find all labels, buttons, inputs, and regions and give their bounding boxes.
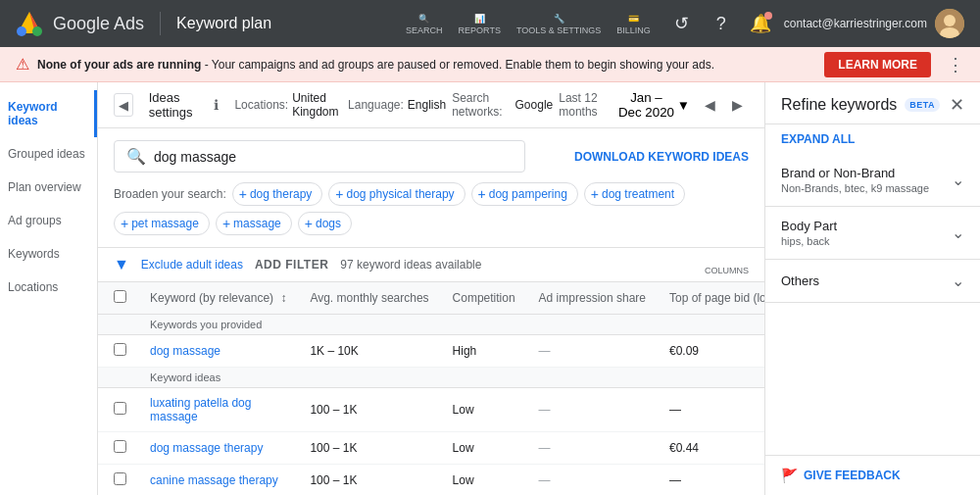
collapse-sidebar-button[interactable]: ◀ xyxy=(114,93,133,117)
close-refine-panel-button[interactable]: ✕ xyxy=(950,94,964,116)
refine-title-text: Refine keywords xyxy=(781,96,897,114)
tag-plus-icon-0: + xyxy=(239,186,247,202)
row-avg-monthly: 100 – 1K xyxy=(298,465,440,496)
row-checkbox[interactable] xyxy=(114,343,126,356)
sidebar-item-keywords[interactable]: Keywords xyxy=(0,237,97,271)
sidebar-item-locations[interactable]: Locations xyxy=(0,271,97,304)
network-value: Google xyxy=(515,98,554,112)
row-checkbox[interactable] xyxy=(114,402,126,415)
row-competition: High xyxy=(441,335,527,368)
filter-bar: ▼ Exclude adult ideas ADD FILTER 97 keyw… xyxy=(98,248,764,282)
row-checkbox[interactable] xyxy=(114,472,126,485)
refresh-button[interactable]: ↺ xyxy=(666,8,698,39)
sidebar: Keyword ideas Grouped ideas Plan overvie… xyxy=(0,82,98,495)
give-feedback-button[interactable]: GIVE FEEDBACK xyxy=(804,469,901,482)
refine-section-others[interactable]: Others ⌄ xyxy=(765,260,980,303)
broaden-row: Broaden your search: +dog therapy +dog p… xyxy=(114,182,749,235)
tag-label-3: dog treatment xyxy=(602,187,674,201)
row-avg-monthly: 100 – 1K xyxy=(298,388,440,432)
tag-chip-6[interactable]: +dogs xyxy=(298,212,352,235)
location-chip: Locations: United Kingdom xyxy=(234,91,342,119)
sidebar-item-ad-groups[interactable]: Ad groups xyxy=(0,204,97,237)
add-filter-button[interactable]: ADD FILTER xyxy=(255,258,328,272)
nav-search[interactable]: 🔍 SEARCH xyxy=(406,12,443,35)
logo-area: Google Ads xyxy=(16,10,144,37)
help-button[interactable]: ? xyxy=(706,8,737,39)
network-label: Search networks: xyxy=(452,91,511,119)
tag-chip-0[interactable]: +dog therapy xyxy=(232,182,323,206)
notification-button[interactable]: 🔔 xyxy=(745,8,776,39)
sidebar-item-grouped-ideas[interactable]: Grouped ideas xyxy=(0,137,97,171)
tag-chip-2[interactable]: +dog pampering xyxy=(471,182,578,206)
tag-chip-5[interactable]: +massage xyxy=(216,212,292,235)
nav-tools[interactable]: 🔧 TOOLS & SETTINGS xyxy=(516,12,601,35)
search-box[interactable]: 🔍 xyxy=(114,140,525,173)
date-range: Last 12 months Jan – Dec 2020 ▼ ◀ ▶ xyxy=(559,90,749,120)
row-top-page-low: €0.44 xyxy=(658,432,764,465)
nav-reports[interactable]: 📊 REPORTS xyxy=(459,12,501,35)
date-dropdown-button[interactable]: Jan – Dec 2020 ▼ xyxy=(617,90,690,120)
table-section-header: Keywords you provided xyxy=(98,315,764,335)
row-checkbox[interactable] xyxy=(114,440,126,453)
tag-chip-4[interactable]: +pet massage xyxy=(114,212,210,235)
tag-plus-icon-3: + xyxy=(591,186,599,202)
learn-more-button[interactable]: LEARN MORE xyxy=(824,52,931,77)
last-period-label: Last 12 months xyxy=(559,91,613,119)
section-label: Keyword ideas xyxy=(138,368,764,388)
tag-label-1: dog physical therapy xyxy=(347,187,455,201)
row-keyword: luxating patella dog massage xyxy=(138,388,298,432)
tag-chip-3[interactable]: +dog treatment xyxy=(584,182,685,206)
columns-label: COLUMNS xyxy=(705,266,749,275)
exclude-adult-button[interactable]: Exclude adult ideas xyxy=(141,258,243,272)
refine-title: Refine keywords BETA xyxy=(781,96,940,114)
nav-billing[interactable]: 💳 BILLING xyxy=(616,12,651,35)
expand-all-button[interactable]: EXPAND ALL xyxy=(765,124,980,154)
refine-section-others-header: Others ⌄ xyxy=(781,272,964,290)
table-header-row: Keyword (by relevance) ↕ Avg. monthly se… xyxy=(98,282,764,315)
date-prev-button[interactable]: ◀ xyxy=(698,93,721,117)
chevron-body-part-icon: ⌄ xyxy=(952,223,964,242)
search-section: 🔍 DOWNLOAD KEYWORD IDEAS Broaden your se… xyxy=(98,128,764,248)
row-keyword: dog massage therapy xyxy=(138,432,298,465)
alert-more-button[interactable]: ⋮ xyxy=(947,54,964,75)
tag-chip-1[interactable]: +dog physical therapy xyxy=(328,182,465,206)
language-value: English xyxy=(408,98,446,112)
search-input[interactable] xyxy=(154,149,513,165)
row-top-page-low: — xyxy=(658,388,764,432)
keyword-link[interactable]: luxating patella dog massage xyxy=(150,396,251,423)
table-row: dog massage 1K – 10K High — €0.09 €0.25 xyxy=(98,335,764,368)
date-value: Jan – Dec 2020 xyxy=(617,90,675,120)
keyword-link[interactable]: dog massage therapy xyxy=(150,441,263,455)
refine-section-body-part[interactable]: Body Part hips, back ⌄ xyxy=(765,207,980,260)
download-keyword-ideas-button[interactable]: DOWNLOAD KEYWORD IDEAS xyxy=(574,150,749,164)
language-chip: Language: English xyxy=(348,98,446,112)
keyword-link[interactable]: canine massage therapy xyxy=(150,473,278,487)
header-competition: Competition xyxy=(441,282,527,315)
refine-panel: Refine keywords BETA ✕ EXPAND ALL Brand … xyxy=(764,82,980,495)
main-layout: Keyword ideas Grouped ideas Plan overvie… xyxy=(0,82,980,495)
keyword-table-wrapper: Keyword (by relevance) ↕ Avg. monthly se… xyxy=(98,282,764,495)
refine-section-others-info: Others xyxy=(781,273,819,288)
header-avg-monthly-label: Avg. monthly searches xyxy=(310,291,428,305)
keyword-link[interactable]: dog massage xyxy=(150,344,220,358)
sidebar-item-keyword-ideas[interactable]: Keyword ideas xyxy=(0,90,97,137)
sidebar-item-plan-overview[interactable]: Plan overview xyxy=(0,171,97,204)
refine-section-brand[interactable]: Brand or Non-Brand Non-Brands, btec, k9 … xyxy=(765,154,980,207)
refine-section-others-title: Others xyxy=(781,273,819,288)
header-keyword[interactable]: Keyword (by relevance) ↕ xyxy=(138,282,298,315)
tag-label-4: pet massage xyxy=(131,217,199,230)
row-competition: Low xyxy=(441,465,527,496)
alert-message: - Your campaigns and ad groups are pause… xyxy=(205,58,714,72)
header-top-page-low: Top of page bid (low range) xyxy=(658,282,764,315)
date-next-button[interactable]: ▶ xyxy=(725,93,749,117)
user-avatar[interactable] xyxy=(935,9,964,38)
date-navigation: ◀ ▶ xyxy=(698,93,749,117)
nav-reports-label: REPORTS xyxy=(459,25,501,35)
billing-nav-icon: 💳 xyxy=(628,14,639,24)
row-checkbox-cell xyxy=(98,388,138,432)
row-checkbox-cell xyxy=(98,465,138,496)
select-all-checkbox[interactable] xyxy=(114,290,126,303)
columns-button[interactable]: COLUMNS xyxy=(705,254,749,275)
info-icon[interactable]: ℹ xyxy=(214,97,219,113)
svg-point-3 xyxy=(17,26,26,36)
